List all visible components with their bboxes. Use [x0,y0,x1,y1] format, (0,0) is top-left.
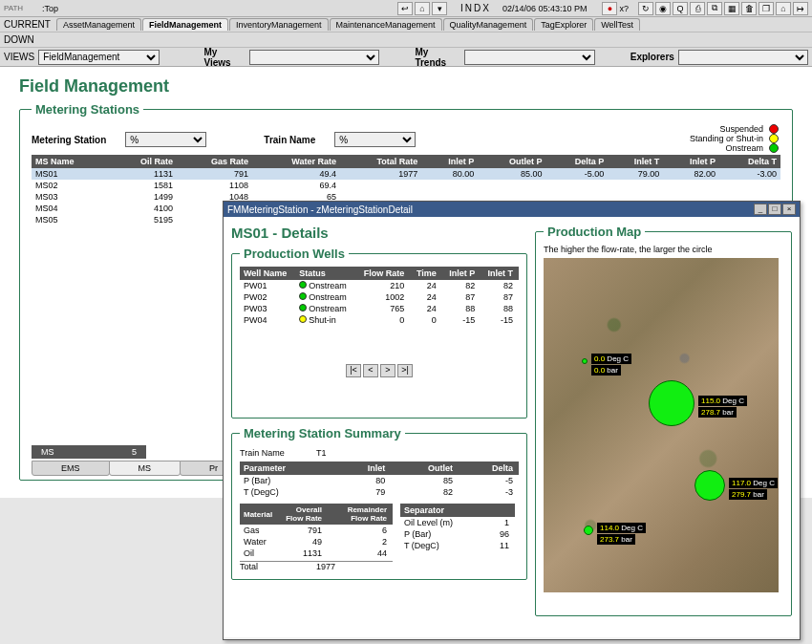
bottom-tab-ems[interactable]: EMS [32,461,110,476]
map-temp-label: 117.0 Deg C [729,478,778,488]
indx-logo: INDX [460,3,491,13]
refresh-icon[interactable]: ↻ [638,2,653,15]
house-icon[interactable]: ⌂ [776,2,791,15]
yellow-dot-icon [769,134,779,143]
grid-icon[interactable]: ▦ [724,2,739,15]
wells-legend: Production Wells [240,247,349,261]
train-filter-label: Train Name [264,135,315,145]
legend-onstream: Onstream [725,143,763,153]
mytrends-dropdown[interactable] [464,50,594,65]
tab-assetmanagement[interactable]: AssetManagement [56,18,141,31]
train-name-value: T1 [316,448,327,458]
fieldset-legend: Metering Stations [32,102,143,117]
help-icon[interactable]: ● [602,2,617,15]
legend-suspended: Suspended [719,124,763,134]
explorers-label: Explorers [630,52,674,62]
tab-inventorymanagement[interactable]: InventoryManagement [229,18,329,31]
total-label: Total [240,562,307,571]
separator-header: Separator [400,504,515,517]
footer-count: 5 [118,445,146,459]
module-tabs: AssetManagementFieldManagementInventoryM… [56,18,641,31]
bottom-tab-ms[interactable]: MS [109,461,182,476]
close-button[interactable]: × [782,204,796,215]
dropdown-icon[interactable]: ▾ [432,2,447,15]
table-row[interactable]: PW04Shut-in00-15-15 [240,314,519,326]
table-row[interactable]: PW03Onstream765248888 [240,303,519,314]
tab-welltest[interactable]: WellTest [594,18,640,31]
map-temp-label: 115.0 Deg C [698,396,747,406]
table-row[interactable]: PW01Onstream210248282 [240,280,519,291]
myviews-dropdown[interactable] [249,50,379,65]
search-icon[interactable]: Q [673,2,688,15]
next-page-button[interactable]: > [380,364,395,377]
page-title: Field Management [19,76,793,97]
path-label: PATH [4,4,40,12]
filter-row: Metering Station % Train Name % [32,132,780,147]
ms-filter-label: Metering Station [32,135,106,145]
train-name-label: Train Name [240,448,307,458]
minimize-button[interactable]: _ [754,204,767,215]
tab-qualitymanagement[interactable]: QualityManagement [443,18,534,31]
material-table: MaterialOverall Flow RateRemainder Flow … [240,504,393,559]
summary-legend: Metering Station Summary [240,426,405,440]
print-icon[interactable]: ⎙ [690,2,705,15]
map-pressure-label: 279.7 bar [729,489,767,500]
delete-icon[interactable]: 🗑 [741,2,757,15]
map-pressure-label: 278.7 bar [698,407,737,418]
map-well-circle[interactable] [582,358,588,364]
top-toolbar: PATH :Top ↩ ⌂ ▾ INDX 02/14/06 05:43:10 P… [0,0,812,17]
map-temp-label: 0.0 Deg C [591,354,631,364]
down-row: DOWN [0,32,812,48]
map-fieldset: Production Map The higher the flow-rate,… [535,225,792,616]
myviews-label: My Views [204,47,246,68]
tab-tagexplorer[interactable]: TagExplorer [534,18,593,31]
map-pressure-label: 0.0 bar [591,365,621,376]
tab-fieldmanagement[interactable]: FieldManagement [142,18,228,31]
datetime: 02/14/06 05:43:10 PM [502,4,588,13]
path-value: :Top [42,4,58,13]
detail-title: MS01 - Details [231,225,527,241]
help-x[interactable]: x? [619,4,629,13]
copy-icon[interactable]: ⧉ [707,2,722,15]
summary-fieldset: Metering Station Summary Train NameT1 Pa… [231,426,527,580]
back-icon[interactable]: ↩ [397,2,413,15]
exit-icon[interactable]: ↦ [793,2,808,15]
param-table: ParameterInletOutletDelta P (Bar)8085-5T… [240,462,519,498]
total-value: 1977 [316,562,335,571]
tab-maintenancemanagement[interactable]: MaintenanceManagement [330,18,442,31]
map-temp-label: 114.0 Deg C [597,523,646,533]
window-titlebar[interactable]: FMMeteringStation - zMeteringStationDeta… [224,202,800,217]
views-label: VIEWS [4,52,34,62]
home-icon[interactable]: ⌂ [415,2,430,15]
map-well-circle[interactable] [584,526,593,535]
views-dropdown[interactable]: FieldManagement [38,50,159,65]
prev-page-button[interactable]: < [363,364,378,377]
map-caption: The higher the flow-rate, the larger the… [544,245,783,254]
first-page-button[interactable]: |< [346,364,361,377]
map-well-circle[interactable] [649,380,694,426]
production-map: 0.0 Deg C0.0 bar115.0 Deg C278.7 bar117.… [544,258,779,592]
green-dot-icon [769,143,779,153]
maximize-button[interactable]: □ [768,204,781,215]
explorers-dropdown[interactable] [678,50,808,65]
legend-standing: Standing or Shut-in [690,134,763,143]
mytrends-label: My Trends [415,47,460,68]
wells-pager: |< < > >| [240,364,519,377]
detail-window: FMMeteringStation - zMeteringStationDeta… [223,201,801,640]
views-row: VIEWS FieldManagement My Views My Trends… [0,48,812,67]
last-page-button[interactable]: >| [397,364,413,377]
wells-fieldset: Production Wells Well NameStatusFlow Rat… [231,247,527,419]
map-pressure-label: 273.7 bar [597,534,635,545]
window-icon[interactable]: ❐ [759,2,774,15]
globe-icon[interactable]: ◉ [655,2,671,15]
table-row[interactable]: PW02Onstream1002248787 [240,291,519,303]
map-well-circle[interactable] [694,470,725,501]
window-title: FMMeteringStation - zMeteringStationDeta… [227,204,413,215]
table-row[interactable]: MS01113179149.4197780.0085.00-5.0079.008… [32,168,780,180]
table-row[interactable]: MS021581110869.4 [32,180,780,191]
down-label: DOWN [4,34,34,45]
status-legend: Suspended Standing or Shut-in Onstream [690,124,779,153]
train-filter-select[interactable]: % [334,132,416,147]
ms-filter-select[interactable]: % [125,132,206,147]
separator-table: Separator Oil Level (m)1P (Bar)96T (DegC… [400,504,515,551]
